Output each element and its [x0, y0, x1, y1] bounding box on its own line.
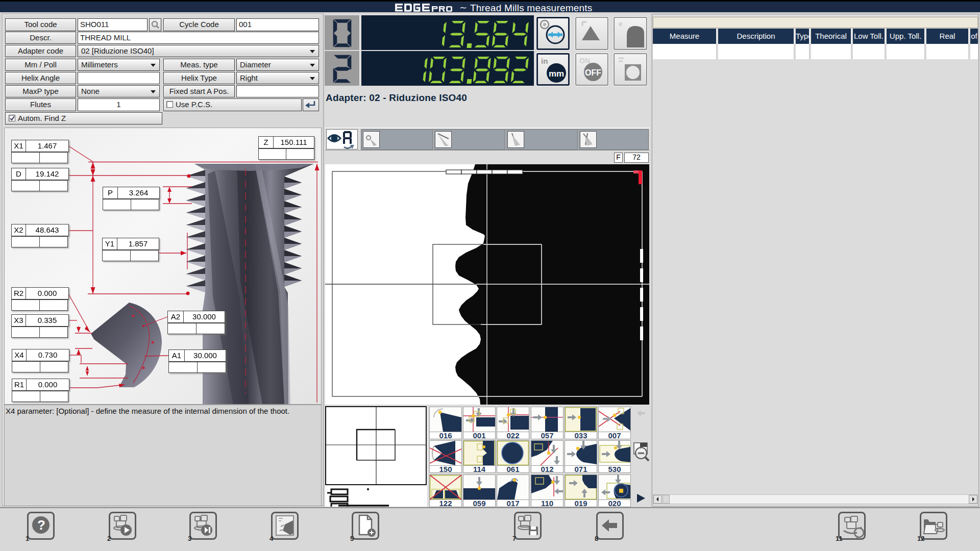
svg-text:?: ?	[37, 517, 45, 533]
svg-text:in: in	[541, 57, 548, 65]
svg-text:mm: mm	[549, 69, 564, 79]
svg-text:ON: ON	[579, 57, 590, 65]
svg-text:e: e	[619, 20, 622, 28]
svg-text:OFF: OFF	[585, 68, 601, 77]
